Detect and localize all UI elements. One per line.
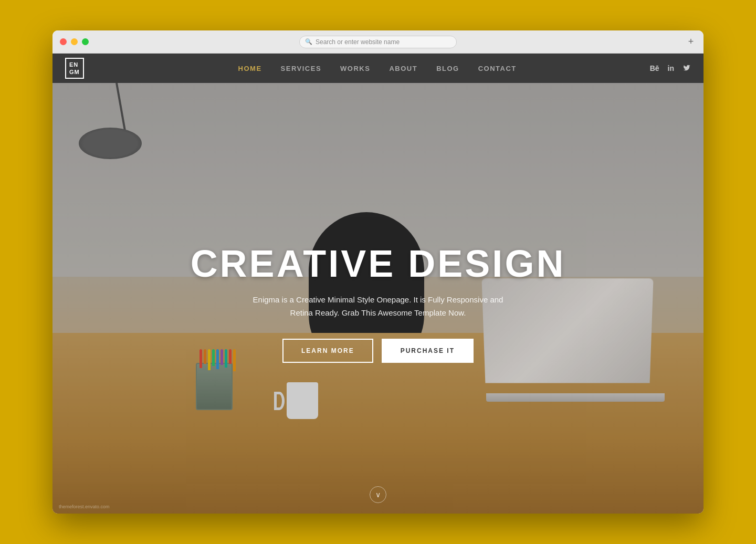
scroll-down-indicator[interactable]: ∨ [370,486,386,503]
nav-contact[interactable]: CONTACT [478,65,517,72]
nav-links: HOME SERVICES WORKS ABOUT BLOG CONTACT [105,65,650,72]
hero-content: CREATIVE DESIGN Enigma is a Creative Min… [180,245,576,363]
website: EN GM HOME SERVICES WORKS ABOUT BLOG CON… [52,54,704,514]
nav-blog[interactable]: BLOG [436,65,459,72]
purchase-button[interactable]: PURCHASE IT [382,339,474,363]
address-bar-text: Search or enter website name [316,38,400,46]
mac-btn-maximize[interactable] [82,38,89,45]
address-bar[interactable]: 🔍 Search or enter website name [299,36,457,48]
nav-home[interactable]: HOME [238,65,262,72]
behance-icon[interactable]: Bē [650,64,659,72]
watermark: themeforest.envato.com [59,504,110,509]
mac-titlebar: 🔍 Search or enter website name + [52,30,704,54]
learn-more-button[interactable]: LEARN MORE [282,339,373,363]
nav-services[interactable]: SERVICES [281,65,322,72]
hero-section: CREATIVE DESIGN Enigma is a Creative Min… [52,83,704,514]
mac-btn-close[interactable] [60,38,67,45]
mac-btn-minimize[interactable] [71,38,78,45]
hero-title: CREATIVE DESIGN [191,245,566,283]
nav-works[interactable]: WORKS [340,65,370,72]
hero-buttons: LEARN MORE PURCHASE IT [191,339,566,363]
hero-subtitle: Enigma is a Creative Minimal Style Onepa… [247,293,509,320]
social-links: Bē in [650,64,691,73]
logo[interactable]: EN GM [65,58,84,79]
mac-window: 🔍 Search or enter website name + EN GM H… [52,30,704,514]
nav-about[interactable]: ABOUT [389,65,417,72]
navbar: EN GM HOME SERVICES WORKS ABOUT BLOG CON… [52,54,704,83]
linkedin-icon[interactable]: in [668,64,674,72]
search-icon: 🔍 [305,38,312,45]
new-tab-button[interactable]: + [686,37,696,47]
twitter-icon[interactable] [682,64,691,73]
